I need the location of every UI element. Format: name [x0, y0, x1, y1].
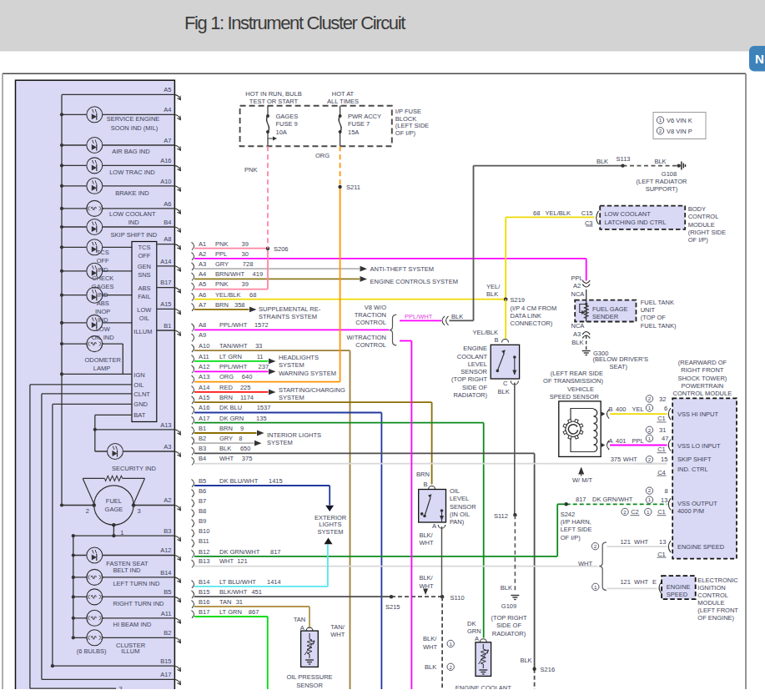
svg-text:B8: B8 — [199, 507, 206, 515]
svg-text:N: N — [755, 52, 764, 66]
svg-text:IGNITION: IGNITION — [697, 584, 725, 592]
svg-text:BRN: BRN — [215, 301, 229, 309]
svg-text:ENGINE CONTROLS SYSTEM: ENGINE CONTROLS SYSTEM — [370, 278, 458, 285]
svg-text:LIGHTS: LIGHTS — [319, 521, 341, 528]
svg-text:W/ M/T: W/ M/T — [572, 476, 593, 484]
svg-text:B16: B16 — [199, 598, 209, 606]
svg-text:WHT: WHT — [423, 643, 437, 651]
svg-text:VEHICLE: VEHICLE — [567, 385, 594, 393]
svg-text:ORG: ORG — [219, 373, 234, 380]
svg-text:VSS OUTPUT: VSS OUTPUT — [677, 500, 717, 507]
svg-text:PPL: PPL — [632, 437, 644, 445]
svg-text:YEL/: YEL/ — [486, 283, 501, 290]
svg-text:15: 15 — [661, 456, 667, 463]
svg-text:B4: B4 — [164, 219, 171, 226]
svg-text:GAGES: GAGES — [276, 113, 299, 120]
svg-text:A3: A3 — [164, 443, 171, 451]
svg-text:SENDER: SENDER — [592, 313, 619, 320]
svg-text:10A: 10A — [276, 128, 287, 136]
svg-text:1174: 1174 — [240, 394, 254, 401]
svg-text:B17: B17 — [160, 279, 171, 286]
svg-text:SENSOR: SENSOR — [450, 503, 476, 511]
svg-text:8: 8 — [239, 435, 242, 442]
svg-text:BRN: BRN — [219, 394, 233, 401]
svg-text:419: 419 — [253, 270, 264, 278]
svg-text:SENSOR: SENSOR — [296, 682, 323, 689]
svg-text:A3: A3 — [573, 330, 581, 338]
svg-text:2: 2 — [648, 427, 652, 433]
svg-text:S110: S110 — [450, 594, 465, 602]
svg-text:A13: A13 — [160, 421, 171, 429]
svg-text:INOP: INOP — [95, 308, 110, 315]
svg-text:A4: A4 — [199, 270, 206, 278]
svg-text:DK: DK — [467, 620, 476, 627]
svg-text:33: 33 — [255, 342, 262, 350]
svg-text:B13: B13 — [199, 557, 209, 565]
svg-text:LEFT SIDE: LEFT SIDE — [561, 526, 592, 533]
svg-text:S242: S242 — [561, 511, 576, 518]
svg-text:FAIL: FAIL — [138, 293, 150, 300]
svg-text:TCS: TCS — [97, 249, 109, 256]
svg-text:ENGINE: ENGINE — [463, 345, 487, 352]
svg-text:HEADLIGHTS: HEADLIGHTS — [279, 354, 319, 361]
svg-text:C1: C1 — [657, 508, 666, 516]
svg-text:121: 121 — [620, 578, 631, 586]
svg-text:(LEFT RADIATOR: (LEFT RADIATOR — [637, 178, 687, 185]
svg-text:C15: C15 — [581, 209, 593, 217]
svg-text:BLK: BLK — [571, 339, 583, 346]
svg-text:V6 VIN K: V6 VIN K — [667, 117, 692, 124]
svg-text:SYSTEM: SYSTEM — [318, 528, 344, 536]
svg-text:ABS: ABS — [97, 300, 109, 307]
svg-text:2: 2 — [648, 395, 652, 401]
svg-text:A4: A4 — [164, 106, 171, 113]
svg-text:PPL: PPL — [571, 274, 582, 282]
svg-text:TAN/WHT: TAN/WHT — [219, 342, 248, 350]
svg-text:GRN: GRN — [467, 627, 481, 635]
svg-text:OF ENGINE): OF ENGINE) — [697, 614, 734, 622]
svg-text:RIGHT FRONT: RIGHT FRONT — [681, 366, 724, 374]
svg-text:DK GRN: DK GRN — [219, 415, 244, 422]
svg-text:SEAT): SEAT) — [610, 363, 628, 370]
svg-text:S215: S215 — [385, 603, 400, 611]
svg-text:SIDE OF: SIDE OF — [496, 622, 521, 629]
svg-text:I/P FUSE: I/P FUSE — [395, 108, 421, 115]
svg-text:FUEL GAGE: FUEL GAGE — [592, 305, 628, 313]
svg-text:8: 8 — [665, 487, 668, 495]
svg-text:A5: A5 — [164, 86, 171, 93]
svg-text:39: 39 — [242, 240, 249, 248]
svg-text:A8: A8 — [199, 321, 206, 329]
svg-text:WHT: WHT — [634, 538, 648, 546]
svg-text:(I/P 4 CM FROM: (I/P 4 CM FROM — [511, 305, 557, 312]
svg-text:2: 2 — [648, 456, 652, 462]
svg-text:ANTI-THEFT SYSTEM: ANTI-THEFT SYSTEM — [370, 265, 435, 273]
svg-text:PWR ACCY: PWR ACCY — [348, 113, 381, 120]
svg-text:GAGE: GAGE — [105, 506, 123, 513]
svg-text:A16: A16 — [199, 404, 209, 411]
svg-text:400: 400 — [616, 405, 627, 413]
svg-text:A17: A17 — [199, 415, 209, 422]
svg-text:VSS LO INPUT: VSS LO INPUT — [677, 442, 721, 450]
svg-text:IND. CTRL: IND. CTRL — [677, 466, 708, 473]
svg-text:WHT: WHT — [578, 560, 592, 567]
svg-text:SNS: SNS — [138, 271, 150, 279]
svg-text:TAN: TAN — [219, 598, 231, 606]
svg-text:RIGHT TURN IND: RIGHT TURN IND — [113, 600, 165, 607]
svg-text:OIL: OIL — [133, 381, 143, 389]
svg-text:WHT: WHT — [634, 578, 648, 586]
svg-text:GND: GND — [133, 400, 148, 408]
svg-text:G108: G108 — [662, 170, 677, 178]
svg-text:A15: A15 — [160, 300, 171, 308]
svg-text:EXTERIOR: EXTERIOR — [315, 514, 347, 521]
svg-text:1: 1 — [647, 509, 650, 515]
svg-text:LOW: LOW — [96, 325, 111, 333]
svg-text:ELECTRONIC: ELECTRONIC — [697, 577, 738, 584]
svg-text:SPEED SENSOR: SPEED SENSOR — [550, 393, 600, 400]
svg-text:ALL TIMES: ALL TIMES — [327, 98, 359, 105]
svg-text:A3: A3 — [199, 260, 206, 268]
svg-text:FUEL TANK: FUEL TANK — [641, 299, 674, 306]
svg-text:(RIGHT SIDE: (RIGHT SIDE — [688, 229, 726, 236]
svg-text:Fig 1: Instrument Cluster Circ: Fig 1: Instrument Cluster Circuit — [184, 13, 405, 33]
svg-text:LOW COOLANT: LOW COOLANT — [604, 210, 651, 218]
svg-text:WHT: WHT — [623, 456, 637, 463]
svg-text:A: A — [432, 522, 436, 530]
